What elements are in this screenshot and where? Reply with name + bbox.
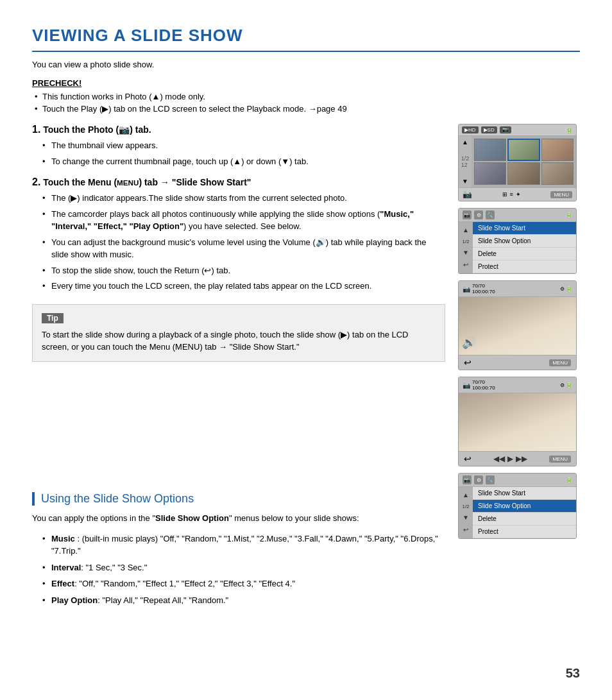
precheck-item-1: This function works in Photo (▲) mode on… [32, 92, 580, 101]
step-2-text: Touch the Menu (MENU) tab → "Slide Show … [43, 177, 251, 187]
up-arrow[interactable]: ▲ [462, 139, 468, 146]
menu-btn-3[interactable]: MENU [549, 359, 571, 366]
options-list: Music : (built-in music plays) "Off," "R… [32, 533, 445, 607]
menu-list-5: Slide Show Start Slide Show Option Delet… [473, 487, 576, 538]
menu-item-protect[interactable]: Protect [473, 260, 576, 273]
tip-box: Tip To start the slide show during a pla… [32, 304, 445, 362]
photo-mode-icon-5: 📷 [463, 475, 472, 484]
battery-pb: 🔋 [566, 286, 572, 292]
menu-back-5[interactable]: ↩ [463, 526, 468, 533]
step-2-bullet-3: You can adjust the background music's vo… [42, 236, 445, 261]
menu-item-delete-5[interactable]: Delete [473, 513, 576, 525]
thumb-5 [507, 162, 540, 185]
main-content: 1. Touch the Photo (📷) tab. The thumbnai… [32, 124, 580, 466]
pb-top-3: 📷 70/70100:00:70 ⚙ 🔋 [459, 281, 576, 297]
menu-item-protect-5[interactable]: Protect [473, 525, 576, 538]
menu-items-2: ▲ 1/2 ▼ ↩ Slide Show Start Slide Show Op… [459, 222, 576, 273]
menu-list-2: Slide Show Start Slide Show Option Delet… [473, 222, 576, 273]
menu-up-arrow[interactable]: ▲ [463, 227, 469, 234]
menu-item-slide-show-start[interactable]: Slide Show Start [473, 222, 576, 235]
section-title: Using the Slide Show Options [41, 492, 445, 506]
bottom-right: 📷 ⚙ 🔧 🔋 ▲ 1/2 ▼ ↩ Slide Show Start Slide… [458, 473, 580, 610]
menu-back-2[interactable]: ↩ [463, 261, 468, 268]
menu-top-2: 📷 ⚙ 🔧 🔋 [459, 209, 576, 222]
battery-icon-2: 🔋 [566, 212, 572, 218]
menu-item-slide-show-start-5[interactable]: Slide Show Start [473, 487, 576, 500]
right-column: ▶HD ▶SD 📷 🔋 ▲ 1/212 ▼ [458, 124, 580, 466]
left-column: 1. Touch the Photo (📷) tab. The thumbnai… [32, 124, 445, 466]
bottom-section: Using the Slide Show Options You can app… [32, 473, 580, 610]
thumb-4 [474, 162, 506, 185]
menu-btn-4[interactable]: MENU [549, 456, 571, 463]
pb-top-icons: ⚙ 🔋 [560, 286, 572, 292]
gear2-icon-5: 🔧 [486, 475, 495, 484]
fast-forward-btn[interactable]: ▶▶ [516, 454, 527, 463]
menu-counter-5: 1/2 [462, 504, 469, 509]
step-1-bullet-1: The thumbnail view appears. [42, 139, 445, 152]
step-2-bullet-5: Every time you touch the LCD screen, the… [42, 280, 445, 293]
menu-item-slide-show-option[interactable]: Slide Show Option [473, 235, 576, 248]
counter-display: 1/212 [461, 155, 470, 168]
step-1-number: 1. [32, 124, 40, 135]
option-interval: Interval: "1 Sec," "3 Sec." [42, 561, 445, 574]
cam-thumbnails [472, 136, 576, 187]
pb-back-btn-2[interactable]: ↩ [464, 454, 472, 464]
battery-icon-1: 🔋 [566, 127, 573, 133]
option-effect: Effect: "Off," "Random," "Effect 1," "Ef… [42, 577, 445, 590]
nav-arrows: ▲ 1/212 ▼ [459, 136, 472, 187]
menu-item-slide-show-option-5[interactable]: Slide Show Option [473, 500, 576, 513]
precheck-item-2: Touch the Play (▶) tab on the LCD screen… [32, 104, 580, 114]
list-icon: ≡ [510, 191, 513, 198]
pb-back-btn[interactable]: ↩ [464, 357, 472, 368]
pb-main-dog-1: 🔊 [459, 297, 576, 355]
step-2-bullets: The (▶) indicator appears.The slide show… [32, 192, 445, 293]
option-play: Play Option: "Play All," "Repeat All," "… [42, 594, 445, 607]
photo-badge-1: 📷 [500, 126, 511, 133]
bottom-left: Using the Slide Show Options You can app… [32, 473, 445, 610]
battery-icon-5: 🔋 [566, 477, 572, 483]
pb-main-dog-2 [459, 393, 576, 451]
menu-down-arrow[interactable]: ▼ [463, 250, 469, 256]
page-title: VIEWING A SLIDE SHOW [32, 26, 580, 52]
camera-ui-thumbnails: ▶HD ▶SD 📷 🔋 ▲ 1/212 ▼ [458, 124, 577, 201]
menu-item-delete[interactable]: Delete [473, 248, 576, 260]
menu-up-arrow-5[interactable]: ▲ [463, 492, 469, 499]
thumb-grid-area [472, 136, 576, 187]
settings-icon-pb: ⚙ [560, 286, 565, 292]
option-music: Music : (built-in music plays) "Off," "R… [42, 533, 445, 558]
hd-badge: ▶HD [462, 126, 479, 133]
tip-label: Tip [42, 313, 64, 323]
settings-icon-pb2: ⚙ [560, 382, 565, 388]
menu-btn-1[interactable]: MENU [550, 191, 572, 198]
intro-text: You can view a photo slide show. [32, 60, 580, 69]
pb-counter-info-2: 70/70100:00:70 [472, 379, 495, 391]
thumb-area: ▲ 1/212 ▼ [459, 136, 576, 187]
pb-bottom-4: ↩ ◀◀ ▶ ▶▶ MENU [459, 451, 576, 466]
gear2-icon: 🔧 [486, 210, 495, 219]
camera-icon-bottom: 📷 [463, 190, 472, 199]
section-intro: You can apply the options in the "Slide … [32, 512, 445, 525]
step-2: 2. Touch the Menu (MENU) tab → "Slide Sh… [32, 176, 445, 293]
pb-top-icons-2: ⚙ 🔋 [560, 382, 572, 388]
settings-icon: ⚙ [474, 210, 483, 219]
pb-controls: ◀◀ ▶ ▶▶ [493, 454, 527, 463]
battery-pb2: 🔋 [566, 382, 572, 388]
cam-bottom-bar-1: 📷 ⊞ ≡ ✦ MENU [459, 187, 576, 201]
precheck-list: This function works in Photo (▲) mode on… [32, 92, 580, 114]
menu-down-arrow-5[interactable]: ▼ [463, 515, 469, 521]
rewind-btn[interactable]: ◀◀ [493, 454, 505, 463]
menu-counter-2: 1/2 [462, 239, 469, 244]
down-arrow[interactable]: ▼ [462, 178, 468, 185]
section-divider: Using the Slide Show Options [32, 492, 445, 506]
star-icon: ✦ [516, 191, 521, 198]
step-1-bullet-2: To change the current thumbnail page, to… [42, 155, 445, 168]
step-1-text-2: ) tab. [130, 124, 151, 135]
menu-ui-slideshow-option: 📷 ⚙ 🔧 🔋 ▲ 1/2 ▼ ↩ Slide Show Start Slide… [458, 473, 577, 539]
thumb-2 [507, 139, 540, 161]
step-1: 1. Touch the Photo (📷) tab. The thumbnai… [32, 124, 445, 167]
play-btn[interactable]: ▶ [507, 454, 513, 463]
menu-nav-5: ▲ 1/2 ▼ ↩ [459, 487, 473, 538]
settings-icon-5: ⚙ [474, 475, 483, 484]
thumb-3 [541, 139, 574, 161]
menu-ui-slideshow-start: 📷 ⚙ 🔧 🔋 ▲ 1/2 ▼ ↩ Slide Show Start Slide… [458, 208, 577, 274]
